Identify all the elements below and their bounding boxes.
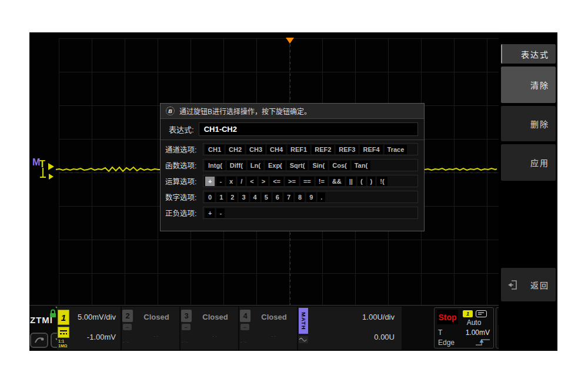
trigger-status-block[interactable]: Stop 1 Auto T 1.00mV Edge xyxy=(434,307,494,349)
channel1-coupling-icon[interactable] xyxy=(58,327,69,338)
touch-gesture-button[interactable] xyxy=(30,333,48,348)
option-item[interactable]: !( xyxy=(377,177,387,186)
trigger-level: 1.00mV xyxy=(466,328,490,337)
channel1-position-arrow-icon[interactable] xyxy=(48,163,54,170)
knob-b-icon: B xyxy=(166,107,175,115)
channel1-badge[interactable]: 1 xyxy=(58,310,69,325)
sign-options-strip: +- xyxy=(203,207,418,219)
option-item[interactable]: Intg( xyxy=(205,161,225,170)
option-item[interactable]: REF3 xyxy=(336,145,358,154)
option-item[interactable]: 7 xyxy=(284,192,293,202)
back-button[interactable]: 返回 xyxy=(501,268,556,301)
option-item[interactable]: x xyxy=(226,177,236,186)
option-item[interactable]: >= xyxy=(285,177,299,186)
channel3-block[interactable]: 3 – Closed -·- ·· xyxy=(181,307,238,350)
expression-label: 表达式: xyxy=(169,124,194,135)
option-item[interactable]: && xyxy=(329,177,345,186)
channel1-block[interactable]: 1 1:1 1MΩ 5.00mV/div -1.00mV xyxy=(57,307,121,350)
channel-position-markers[interactable]: M T xyxy=(32,156,58,189)
channel2-offset-placeholder: ·· xyxy=(133,333,179,339)
trigger-type: Edge xyxy=(438,338,455,347)
option-item[interactable]: ) xyxy=(368,177,376,186)
channel4-offset-placeholder: ·· xyxy=(251,333,297,339)
option-item[interactable]: 4 xyxy=(250,192,260,202)
math-badge[interactable]: MATH xyxy=(299,308,308,334)
channel1-scale: 5.00mV/div xyxy=(78,313,116,321)
option-item[interactable]: - xyxy=(216,177,225,186)
option-item[interactable]: REF4 xyxy=(360,145,382,154)
run-state[interactable]: Stop xyxy=(437,310,458,324)
option-item[interactable]: 5 xyxy=(262,192,271,202)
clear-button[interactable]: 清除 xyxy=(501,67,556,103)
option-item[interactable]: 0 xyxy=(205,192,215,202)
option-item[interactable]: Ln( xyxy=(248,161,263,170)
option-item[interactable]: 1 xyxy=(216,192,226,202)
math-block[interactable]: MATH 1.00U/div 0.00U xyxy=(298,307,402,350)
option-item[interactable]: Sin( xyxy=(309,161,328,170)
expression-editor-dialog: B 通过旋钮B进行选择操作，按下旋钮确定。 表达式: CH1-CH2 通道选项:… xyxy=(160,103,425,231)
math-offset: 0.00U xyxy=(374,333,395,341)
option-item[interactable]: CH3 xyxy=(246,145,265,154)
digit-options-strip: 0123456789. xyxy=(203,191,418,203)
option-item[interactable]: . xyxy=(318,192,325,202)
option-item[interactable]: + xyxy=(205,208,215,218)
dialog-separator xyxy=(161,140,424,140)
option-item[interactable]: == xyxy=(300,177,314,186)
channel2-badge[interactable]: 2 xyxy=(122,310,133,322)
touch-gesture-icon xyxy=(34,336,45,345)
option-item[interactable]: Tan( xyxy=(352,161,370,170)
delete-button[interactable]: 删除 xyxy=(501,106,556,141)
option-item[interactable]: Trace xyxy=(385,145,407,154)
channel2-status: Closed xyxy=(133,313,179,321)
channel3-probe-placeholder: -·- xyxy=(182,339,188,344)
option-item[interactable]: Exp( xyxy=(265,161,285,170)
option-item[interactable]: Sqrt( xyxy=(287,161,308,170)
option-item[interactable]: CH1 xyxy=(205,145,224,154)
oscilloscope-screen: M T B 通过旋钮B进行选择操作，按下旋钮确定。 表达式: CH1-CH2 通… xyxy=(29,32,557,351)
option-item[interactable]: Cos( xyxy=(329,161,349,170)
option-item[interactable]: Diff( xyxy=(227,161,246,170)
channel-position-arrow-icon[interactable] xyxy=(49,174,54,180)
option-item[interactable]: 2 xyxy=(228,192,237,202)
option-item[interactable]: - xyxy=(216,208,225,218)
channel-options-label: 通道选项: xyxy=(165,144,203,155)
logo-block: ZTMI xyxy=(29,307,56,350)
channel3-coupling-placeholder: – xyxy=(182,324,191,330)
channel4-block[interactable]: 4 – Closed -·- ·· xyxy=(239,307,297,350)
status-bar: ZTMI 1 xyxy=(29,305,557,351)
option-item[interactable]: || xyxy=(346,177,356,186)
channel3-badge[interactable]: 3 xyxy=(181,310,192,322)
option-item[interactable]: 9 xyxy=(306,192,316,202)
math-scale: 1.00U/div xyxy=(362,313,395,321)
option-item[interactable]: CH2 xyxy=(226,145,245,154)
function-options-label: 函数选项: xyxy=(165,160,203,171)
back-button-label: 返回 xyxy=(530,279,549,291)
apply-button[interactable]: 应用 xyxy=(501,144,556,181)
option-item[interactable]: 8 xyxy=(295,192,305,202)
option-item[interactable]: / xyxy=(238,177,245,186)
channel4-badge[interactable]: 4 xyxy=(240,310,250,322)
option-item[interactable]: REF2 xyxy=(312,145,334,154)
option-item[interactable]: 3 xyxy=(239,192,248,202)
option-item[interactable]: < xyxy=(247,177,256,186)
channel4-coupling-placeholder: – xyxy=(240,324,249,330)
option-item[interactable]: ( xyxy=(358,177,366,186)
rising-edge-icon xyxy=(475,337,491,347)
channel2-coupling-placeholder: – xyxy=(123,324,132,330)
channel2-probe-placeholder: -·- xyxy=(123,339,129,344)
trigger-level-stem xyxy=(42,168,44,177)
channel2-block[interactable]: 2 – Closed -·- ·· xyxy=(122,307,179,350)
brand-logo: ZTMI xyxy=(30,315,53,325)
option-item[interactable]: != xyxy=(316,177,328,186)
option-item[interactable]: <= xyxy=(270,177,283,186)
option-item[interactable]: + xyxy=(205,177,215,186)
expression-input[interactable]: CH1-CH2 xyxy=(199,122,418,136)
option-item[interactable]: CH4 xyxy=(267,145,286,154)
option-item[interactable]: REF1 xyxy=(288,145,310,154)
option-item[interactable]: > xyxy=(259,177,268,186)
operator-options-strip: +-x/<><=>===!=&&||()!( xyxy=(203,175,418,187)
option-item[interactable]: 6 xyxy=(273,192,282,202)
trigger-source-label: T xyxy=(438,328,442,337)
sign-options-label: 正负选项: xyxy=(165,207,203,218)
channel4-status: Closed xyxy=(251,313,297,321)
